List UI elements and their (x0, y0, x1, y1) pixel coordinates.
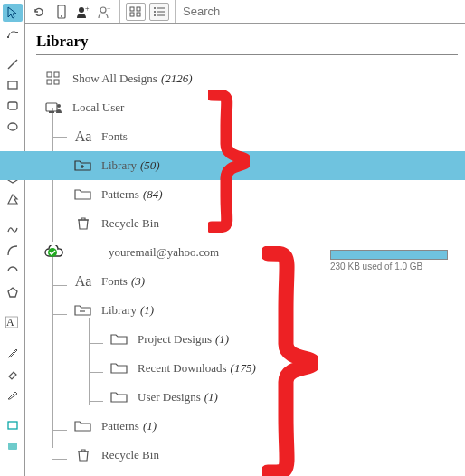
tree-count: (175) (231, 361, 256, 376)
svg-point-14 (79, 7, 84, 13)
tree-label: Patterns (101, 419, 139, 433)
svg-rect-11 (8, 443, 17, 450)
search-input[interactable] (176, 0, 465, 23)
tree-label: Fonts (101, 129, 128, 144)
svg-rect-31 (54, 80, 59, 84)
tree-show-all-designs[interactable]: Show All Designs (2126) (36, 64, 465, 93)
panel-title: Library (36, 33, 458, 55)
grid-view-button[interactable] (126, 3, 146, 21)
text-tool[interactable]: A (3, 313, 23, 331)
tree-count: (1) (215, 332, 229, 347)
tree-label: youremail@yahoo.com (109, 245, 219, 260)
trash-icon (72, 448, 94, 462)
svg-rect-32 (46, 103, 57, 111)
svg-rect-33 (49, 111, 54, 113)
add-user-button[interactable]: + (74, 3, 92, 21)
tree-label: Local User (72, 100, 124, 115)
folder-icon (109, 390, 130, 405)
folder-plus-icon (72, 158, 94, 173)
tree-count: (50) (140, 158, 160, 173)
svg-point-13 (61, 15, 62, 17)
tree-label: Recycle Bin (101, 216, 159, 231)
arc-tool[interactable] (3, 262, 23, 281)
left-tool-rail: A (0, 0, 25, 476)
tree-cloud-library[interactable]: Library (1) (36, 296, 465, 325)
teal-shape-tool-2[interactable] (3, 437, 23, 455)
svg-rect-30 (47, 80, 52, 84)
tree-local-patterns[interactable]: Patterns (84) (36, 180, 465, 209)
tree-label: Library (101, 158, 137, 173)
font-icon: Aa (72, 129, 94, 145)
list-view-button[interactable] (149, 3, 169, 21)
freehand-tool[interactable] (3, 220, 23, 238)
tree-cloud-recycle[interactable]: Recycle Bin (36, 441, 465, 470)
tree-project-designs[interactable]: Project Designs (1) (36, 325, 465, 354)
remove-user-button[interactable]: − (96, 3, 114, 21)
tree-count: (3) (131, 274, 145, 289)
folder-icon (72, 187, 94, 202)
curve-tool[interactable] (3, 242, 23, 260)
rectangle-tool[interactable] (3, 76, 23, 94)
computer-user-icon (43, 100, 65, 115)
storage-bar (330, 250, 448, 260)
svg-text:+: + (85, 5, 90, 13)
svg-rect-20 (130, 13, 134, 16)
top-toolbar: + − (25, 0, 465, 24)
tree-user-designs[interactable]: User Designs (1) (36, 383, 465, 412)
tree-label: Patterns (101, 187, 139, 202)
cursor-tool[interactable] (3, 4, 23, 22)
folder-icon (109, 361, 130, 376)
tree-local-library[interactable]: Library (50) (0, 151, 465, 180)
svg-rect-4 (8, 102, 17, 109)
svg-rect-21 (137, 13, 140, 16)
svg-point-16 (100, 7, 106, 13)
pencil-tool[interactable] (3, 344, 23, 362)
storage-label: 230 KB used of 1.0 GB (330, 262, 448, 271)
teal-shape-tool-1[interactable] (3, 416, 23, 434)
svg-rect-10 (8, 422, 17, 429)
svg-rect-19 (137, 7, 140, 11)
arrow-shape-tool[interactable] (3, 190, 23, 208)
svg-point-22 (154, 7, 156, 9)
ellipse-tool[interactable] (3, 118, 23, 136)
tree-count: (1) (140, 303, 154, 318)
tree-label: Show All Designs (72, 71, 157, 86)
svg-marker-7 (8, 288, 17, 297)
tree-label: Library (101, 303, 137, 318)
tree-count: (84) (143, 187, 163, 202)
svg-point-26 (154, 14, 156, 16)
tree-label: Recycle Bin (101, 448, 159, 462)
storage-meter: 230 KB used of 1.0 GB (330, 250, 448, 271)
tree-local-fonts[interactable]: Aa Fonts (36, 122, 465, 151)
svg-line-2 (8, 60, 17, 69)
tree-cloud-patterns[interactable]: Patterns (1) (36, 412, 465, 441)
svg-point-24 (154, 11, 156, 13)
cloud-check-icon (43, 245, 65, 260)
svg-rect-29 (54, 72, 59, 77)
green-action-tool[interactable] (3, 458, 23, 476)
svg-rect-1 (16, 32, 18, 33)
tree-label: Recent Downloads (138, 361, 227, 376)
folder-icon (109, 332, 130, 347)
tree-label: User Designs (138, 390, 201, 405)
tree-count: (1) (204, 390, 218, 405)
eraser-tool[interactable] (3, 365, 23, 383)
refresh-button[interactable] (31, 3, 49, 21)
grid-icon (43, 71, 65, 86)
svg-rect-3 (8, 81, 17, 89)
font-icon: Aa (72, 273, 94, 290)
tree-local-recycle[interactable]: Recycle Bin (36, 209, 465, 238)
rounded-rect-tool[interactable] (3, 97, 23, 115)
svg-point-34 (57, 104, 61, 108)
line-tool[interactable] (3, 55, 23, 73)
pentagon-tool[interactable] (3, 283, 23, 301)
edit-points-tool[interactable] (3, 24, 23, 43)
folder-icon (72, 419, 94, 433)
tree-label: Fonts (101, 274, 128, 289)
tree-local-user[interactable]: Local User (36, 93, 465, 122)
device-button[interactable] (52, 3, 71, 21)
blade-tool[interactable] (3, 386, 23, 404)
svg-text:−: − (107, 5, 111, 13)
svg-rect-0 (7, 36, 9, 38)
tree-recent-downloads[interactable]: Recent Downloads (175) (36, 354, 465, 383)
